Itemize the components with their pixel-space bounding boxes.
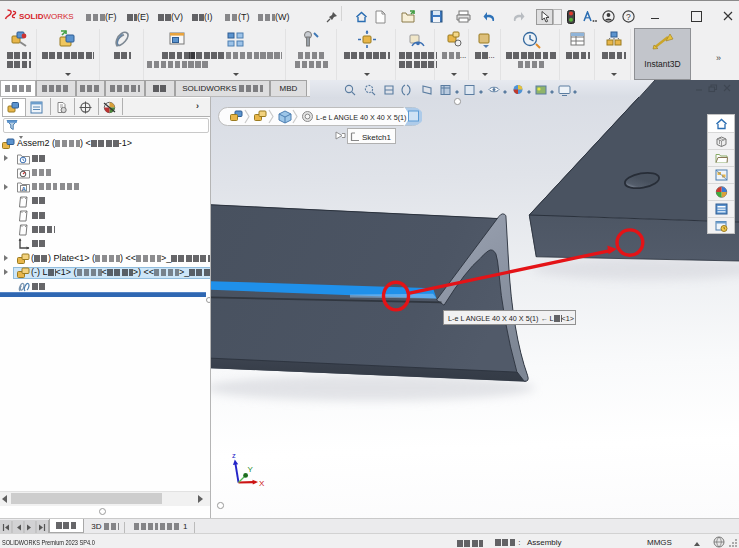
- svg-text:SOLIDWORKS: SOLIDWORKS: [19, 12, 74, 21]
- svg-text:X: X: [259, 479, 265, 488]
- svg-text:A: A: [22, 186, 27, 192]
- svg-text:z: z: [232, 451, 236, 460]
- svg-text:?: ?: [626, 12, 631, 22]
- svg-text:Y: Y: [248, 465, 254, 474]
